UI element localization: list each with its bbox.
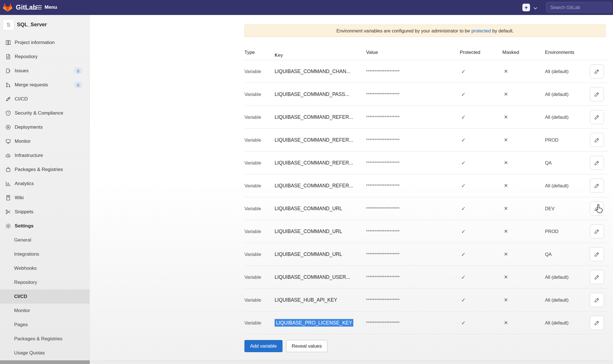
sidebar-subitem-usage-quotas[interactable]: Usage Quotas: [0, 346, 90, 360]
monitor-icon: [5, 138, 11, 144]
variable-environments: QA: [545, 252, 552, 257]
edit-variable-button[interactable]: [590, 179, 604, 193]
edit-variable-button[interactable]: [590, 224, 604, 238]
variable-key: LIQUIBASE_PRO_LICENSE_KEY: [275, 319, 353, 327]
variable-masked-value: ********************: [366, 161, 400, 165]
variable-type: Variable: [244, 160, 261, 166]
sidebar-item-packages-registries[interactable]: Packages & Registries: [0, 163, 90, 177]
sidebar-subitem-ci-cd[interactable]: CI/CD: [0, 290, 90, 304]
sidebar-item-settings[interactable]: Settings: [0, 219, 90, 233]
variable-type: Variable: [244, 92, 261, 97]
pencil-icon: [594, 68, 600, 74]
edit-variable-button[interactable]: [590, 87, 604, 101]
edit-variable-button[interactable]: [590, 201, 604, 216]
variables-table: Type ↑ Key Value Protected Masked Enviro…: [244, 47, 608, 334]
gitlab-logo-link[interactable]: GitLab: [3, 2, 37, 13]
edit-variable-button[interactable]: [590, 110, 604, 124]
sidebar-item-snippets[interactable]: Snippets: [0, 205, 90, 219]
edit-variable-button[interactable]: [590, 247, 604, 261]
gitlab-tanuki-icon: [3, 3, 12, 12]
sidebar-item-monitor[interactable]: Monitor: [0, 134, 90, 148]
variable-masked-value: ********************: [366, 69, 400, 74]
sidebar-item-ci-cd[interactable]: CI/CD: [0, 92, 90, 106]
masked-x-icon: ✕: [504, 228, 508, 234]
gitlab-brand-text: GitLab: [16, 4, 37, 11]
repository-icon: [5, 54, 11, 60]
snippets-scissors-icon: [5, 209, 11, 215]
edit-variable-button[interactable]: [590, 316, 604, 330]
ci-cd-rocket-icon: [5, 96, 11, 102]
sidebar-item-deployments[interactable]: Deployments: [0, 120, 90, 134]
edit-variable-button[interactable]: [590, 293, 604, 307]
variable-environments: All (default): [545, 115, 568, 120]
variable-environments: All (default): [545, 275, 568, 280]
col-header-masked: Masked: [502, 50, 519, 55]
pencil-icon: [594, 228, 600, 234]
sidebar-item-repository[interactable]: Repository: [0, 50, 90, 64]
variable-environments: All (default): [545, 69, 568, 74]
sidebar-item-analytics[interactable]: Analytics: [0, 177, 90, 191]
variable-environments: QA: [545, 160, 552, 166]
variable-key: LIQUIBASE_COMMAND_PASS...: [275, 91, 349, 97]
variable-key: LIQUIBASE_COMMAND_URL: [275, 229, 342, 234]
pencil-icon: [594, 160, 600, 166]
variable-type: Variable: [244, 137, 261, 143]
masked-x-icon: ✕: [504, 91, 508, 97]
variable-masked-value: ********************: [366, 138, 400, 142]
variable-row: Variable LIQUIBASE_COMMAND_USER... *****…: [244, 266, 608, 289]
merge-requests-count-badge: 0: [74, 82, 82, 88]
admin-protected-banner: Environment variables are configured by …: [244, 25, 606, 37]
edit-variable-button[interactable]: [590, 64, 604, 78]
hamburger-icon: [36, 4, 42, 10]
col-header-protected: Protected: [460, 50, 480, 55]
chevron-down-icon[interactable]: [533, 6, 537, 11]
variable-masked-value: ********************: [366, 298, 400, 302]
pencil-icon: [594, 137, 600, 143]
new-item-button[interactable]: +: [522, 4, 530, 11]
add-variable-button[interactable]: Add variable: [244, 340, 283, 352]
edit-variable-button[interactable]: [590, 133, 604, 147]
sidebar-item-security-compliance[interactable]: Security & Compliance: [0, 106, 90, 120]
sidebar-subitem-monitor[interactable]: Monitor: [0, 304, 90, 318]
variable-type: Variable: [244, 252, 261, 257]
variable-row: Variable LIQUIBASE_COMMAND_REFER... ****…: [244, 174, 608, 197]
protected-link[interactable]: protected: [471, 28, 491, 34]
sidebar-item-project-information[interactable]: Project information: [0, 36, 90, 50]
top-navbar: GitLab Menu +: [0, 0, 613, 15]
variable-type: Variable: [244, 69, 261, 74]
variable-row: Variable LIQUIBASE_PRO_LICENSE_KEY *****…: [244, 312, 608, 334]
menu-button[interactable]: Menu: [36, 0, 57, 15]
sidebar-subitem-repository[interactable]: Repository: [0, 275, 90, 290]
variable-environments: DEV: [545, 206, 555, 211]
project-avatar: S: [3, 19, 14, 30]
project-name: SQL_Server: [17, 21, 47, 28]
reveal-values-button[interactable]: Reveal values: [286, 340, 328, 352]
sidebar-item-infrastructure[interactable]: Infrastructure: [0, 148, 90, 163]
protected-check-icon: ✓: [461, 228, 466, 235]
sidebar-subitem-general[interactable]: General: [0, 233, 90, 247]
sidebar-item-wiki[interactable]: Wiki: [0, 191, 90, 205]
sidebar-subitem-packages-registries[interactable]: Packages & Registries: [0, 332, 90, 346]
sidebar-subitem-integrations[interactable]: Integrations: [0, 247, 90, 261]
masked-x-icon: ✕: [504, 205, 508, 212]
project-header[interactable]: S SQL_Server: [0, 19, 90, 34]
sidebar-subitem-pages[interactable]: Pages: [0, 318, 90, 332]
sidebar-item-merge-requests[interactable]: Merge requests 0: [0, 78, 90, 92]
masked-x-icon: ✕: [504, 160, 508, 166]
merge-requests-icon: [5, 82, 11, 88]
variable-type: Variable: [244, 275, 261, 280]
search-input[interactable]: [546, 2, 612, 12]
edit-variable-button[interactable]: [590, 270, 604, 284]
sidebar-item-issues[interactable]: Issues 0: [0, 64, 90, 78]
issues-icon: [5, 68, 11, 74]
col-header-value: Value: [366, 50, 378, 55]
protected-check-icon: ✓: [461, 251, 466, 258]
variable-masked-value: ********************: [366, 229, 400, 234]
menu-label: Menu: [45, 5, 57, 10]
variable-key: LIQUIBASE_COMMAND_REFER...: [275, 137, 353, 143]
col-header-type: Type: [244, 50, 255, 55]
pencil-icon: [594, 274, 600, 280]
variable-masked-value: ********************: [366, 115, 400, 119]
edit-variable-button[interactable]: [590, 156, 604, 170]
sidebar-subitem-webhooks[interactable]: Webhooks: [0, 261, 90, 275]
